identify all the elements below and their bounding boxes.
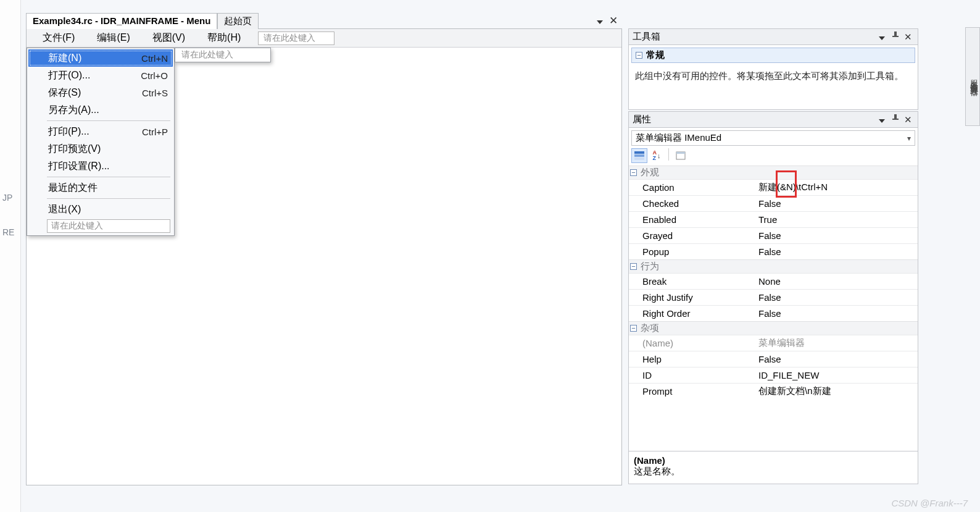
toolbox-group-general[interactable]: − 常规: [631, 48, 915, 63]
toolbox-empty-message: 此组中没有可用的控件。将某项拖至此文本可将其添加到工具箱。: [631, 63, 915, 85]
menu-edit[interactable]: 编辑(E): [86, 31, 141, 44]
menu-item-print-preview[interactable]: 打印预览(V): [28, 140, 173, 157]
description-text: 这是名称。: [634, 466, 913, 477]
menu-item-open[interactable]: 打开(O)... Ctrl+O: [28, 67, 173, 84]
menu-item-save[interactable]: 保存(S) Ctrl+S: [28, 84, 173, 101]
menu-item-recent[interactable]: 最近的文件: [28, 179, 173, 196]
tab-start-page[interactable]: 起始页: [217, 13, 259, 29]
close-tab-icon[interactable]: ✕: [609, 14, 618, 27]
gutter-label: JP: [2, 193, 12, 203]
prop-row-help[interactable]: Help False: [629, 351, 918, 367]
prop-row-right-order[interactable]: Right Order False: [629, 305, 918, 321]
menu-item-print-setup[interactable]: 打印设置(R)...: [28, 157, 173, 175]
prop-row-break[interactable]: Break None: [629, 273, 918, 289]
left-gutter: JP RE: [0, 0, 21, 512]
watermark: CSDN @Frank---7: [891, 498, 968, 508]
submenu-type-here[interactable]: 请在此处键入: [175, 48, 271, 62]
toolbox-title: 工具箱: [633, 31, 877, 43]
properties-toolbar: AZ↓: [629, 148, 918, 166]
alphabetical-view-button[interactable]: AZ↓: [649, 148, 665, 163]
prop-row-grayed[interactable]: Grayed False: [629, 227, 918, 243]
toolbox-header: 工具箱 ✕: [629, 29, 918, 45]
menu-separator: [47, 198, 170, 199]
prop-row-right-justify[interactable]: Right Justify False: [629, 289, 918, 305]
document-tabbar: Example34.rc - IDR_MAINFRAME - Menu 起始页: [26, 13, 259, 29]
menu-separator: [47, 177, 170, 177]
panel-options-icon[interactable]: [877, 114, 889, 125]
collapse-icon[interactable]: −: [636, 52, 642, 59]
category-appearance[interactable]: − 外观: [629, 166, 918, 179]
server-explorer-tab[interactable]: 服务器资源管理器: [965, 27, 980, 126]
tab-dropdown-icon[interactable]: [597, 15, 605, 27]
prop-row-prompt[interactable]: Prompt 创建新文档\n新建: [629, 383, 918, 399]
menu-editor-panel: Example34.rc - IDR_MAINFRAME - Menu 起始页 …: [26, 28, 622, 485]
toolbar-divider: [668, 148, 669, 161]
menu-item-exit[interactable]: 退出(X): [28, 201, 173, 218]
prop-row-enabled[interactable]: Enabled True: [629, 211, 918, 227]
svg-rect-0: [634, 151, 644, 154]
property-grid: − 外观 Caption 新建(&N)\tCtrl+N Checked Fals…: [629, 166, 918, 451]
file-menu-dropdown: 新建(N) Ctrl+N 打开(O)... Ctrl+O 保存(S) Ctrl+…: [27, 48, 175, 236]
gutter-label: RE: [2, 227, 14, 237]
menu-view[interactable]: 视图(V): [141, 31, 196, 44]
svg-rect-2: [634, 157, 644, 160]
prop-row-popup[interactable]: Popup False: [629, 243, 918, 259]
prop-row-checked[interactable]: Checked False: [629, 195, 918, 211]
properties-title: 属性: [633, 114, 877, 125]
category-misc[interactable]: − 杂项: [629, 321, 918, 335]
tab-menu-editor[interactable]: Example34.rc - IDR_MAINFRAME - Menu: [26, 13, 217, 29]
right-column: 工具箱 ✕ − 常规 此组中没有可用的控件。将某项拖至此文本可将其添加到工具箱。…: [628, 28, 918, 485]
edited-menubar: 文件(F) 编辑(E) 视图(V) 帮助(H) 请在此处键入: [27, 29, 621, 48]
category-behavior[interactable]: − 行为: [629, 259, 918, 273]
properties-header: 属性 ✕: [629, 112, 918, 128]
collapse-icon[interactable]: −: [630, 325, 637, 332]
menu-item-save-as[interactable]: 另存为(A)...: [28, 101, 173, 119]
pin-icon[interactable]: [889, 31, 902, 42]
properties-object-combo[interactable]: 菜单编辑器 IMenuEd ▾: [631, 130, 915, 146]
prop-row-id[interactable]: ID ID_FILE_NEW: [629, 367, 918, 383]
toolbox-group-label: 常规: [646, 49, 665, 61]
svg-rect-1: [634, 154, 644, 157]
menubar-type-here[interactable]: 请在此处键入: [258, 31, 334, 45]
prop-row-caption[interactable]: Caption 新建(&N)\tCtrl+N: [629, 179, 918, 195]
collapse-icon[interactable]: −: [630, 263, 637, 270]
close-icon[interactable]: ✕: [902, 31, 914, 43]
menu-help[interactable]: 帮助(H): [196, 31, 252, 44]
menu-file[interactable]: 文件(F): [31, 31, 86, 44]
close-icon[interactable]: ✕: [902, 114, 914, 125]
prop-row-name[interactable]: (Name) 菜单编辑器: [629, 335, 918, 351]
menu-item-print[interactable]: 打印(P)... Ctrl+P: [28, 123, 173, 140]
svg-rect-4: [676, 152, 685, 154]
properties-panel: 属性 ✕ 菜单编辑器 IMenuEd ▾ AZ↓: [628, 111, 918, 484]
pin-icon[interactable]: [889, 114, 902, 125]
toolbox-panel: 工具箱 ✕ − 常规 此组中没有可用的控件。将某项拖至此文本可将其添加到工具箱。: [628, 28, 918, 110]
menu-item-new[interactable]: 新建(N) Ctrl+N: [28, 49, 173, 67]
chevron-down-icon: ▾: [907, 134, 911, 143]
panel-options-icon[interactable]: [877, 31, 889, 42]
categorized-view-button[interactable]: [631, 148, 647, 163]
collapse-icon[interactable]: −: [630, 169, 637, 176]
property-description: (Name) 这是名称。: [629, 451, 918, 484]
description-key: (Name): [634, 455, 913, 466]
property-pages-button[interactable]: [673, 148, 689, 163]
menu-separator: [47, 120, 170, 121]
dropdown-type-here[interactable]: 请在此处键入: [47, 219, 170, 233]
